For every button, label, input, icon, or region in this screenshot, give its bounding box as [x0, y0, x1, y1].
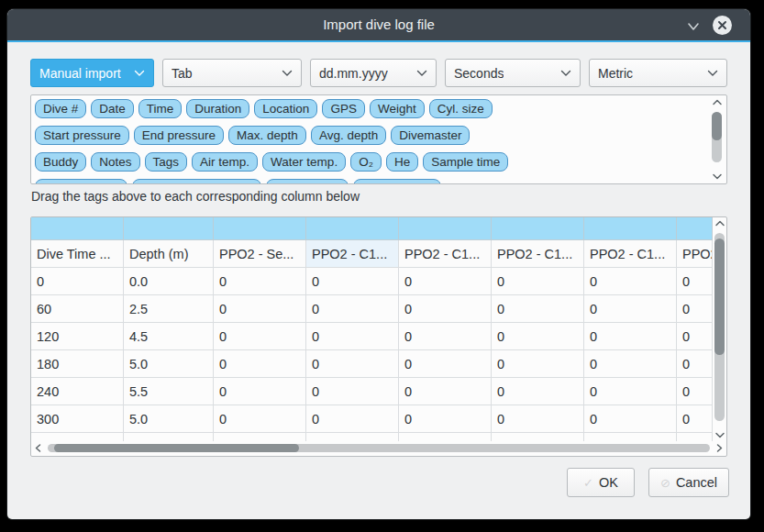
tag-weight[interactable]: Weight [370, 99, 425, 118]
table-cell: 0 [492, 268, 584, 295]
table-cell [677, 433, 713, 441]
tag-divemaster[interactable]: Divemaster [391, 126, 470, 145]
table-cell: 0 [214, 323, 306, 350]
tag-cyl-size[interactable]: Cyl. size [429, 99, 493, 118]
table-cell: 0 [492, 405, 584, 433]
tag-row: Dive #DateTimeDurationLocationGPSWeightC… [35, 99, 697, 121]
tag-sample-po[interactable]: Sample pO₂ [266, 179, 349, 183]
table-cell [399, 433, 492, 441]
tag-start-pressure[interactable]: Start pressure [35, 126, 129, 145]
table-row[interactable]: 2405.5000000 [31, 378, 713, 405]
drop-cell[interactable] [31, 217, 124, 240]
table-cell: 300 [31, 405, 124, 433]
tag-row: BuddyNotesTagsAir temp.Water temp.O₂HeSa… [35, 152, 697, 174]
column-header: PPO2 - C1... [306, 240, 399, 268]
table-cell: 0 [677, 268, 713, 295]
column-header: PPO2 [677, 240, 713, 268]
scroll-left-icon[interactable] [34, 443, 42, 453]
titlebar-accent-line [7, 40, 750, 42]
combo-import-source[interactable]: Manual import [30, 59, 154, 87]
column-header: PPO2 - C1... [584, 240, 677, 268]
combo-date-format[interactable]: dd.mm.yyyy [310, 59, 437, 87]
combo-value: Metric [598, 66, 633, 81]
ok-button[interactable]: ✓ OK [567, 468, 635, 497]
table-row[interactable]: 1204.5000000 [31, 323, 713, 350]
tag-location[interactable]: Location [254, 99, 317, 118]
table-cell: 0 [677, 295, 713, 323]
titlebar[interactable]: Import dive log file [7, 9, 750, 40]
drop-cell[interactable] [124, 217, 214, 240]
tag-avg-depth[interactable]: Avg. depth [311, 126, 386, 145]
tag-end-pressure[interactable]: End pressure [134, 126, 224, 145]
close-button[interactable] [713, 16, 732, 35]
table-cell: 0 [399, 350, 492, 378]
table-row[interactable]: 00.0000000 [31, 268, 713, 295]
tags-rows: Dive #DateTimeDurationLocationGPSWeightC… [35, 99, 697, 183]
drop-cell[interactable] [492, 217, 584, 240]
scroll-thumb[interactable] [712, 112, 722, 140]
cancel-button[interactable]: ⊘ Cancel [648, 468, 729, 497]
combo-value: Seconds [454, 66, 504, 81]
tag-date[interactable]: Date [91, 99, 134, 118]
drop-cell[interactable] [214, 217, 306, 240]
scroll-thumb[interactable] [714, 238, 725, 355]
tag-sample-depth[interactable]: Sample depth [35, 179, 127, 183]
tag-max-depth[interactable]: Max. depth [228, 126, 306, 145]
tag-duration[interactable]: Duration [186, 99, 249, 118]
table-cell: 0 [492, 378, 584, 405]
table-cell: 0 [214, 350, 306, 378]
tag-sample-cns[interactable]: Sample CNS [353, 179, 441, 183]
scroll-down-icon[interactable] [714, 431, 725, 439]
scroll-up-icon[interactable] [714, 219, 725, 227]
table-cell: 0 [677, 378, 713, 405]
table-cell: 0 [399, 323, 492, 350]
tag-water-temp[interactable]: Water temp. [262, 152, 346, 172]
combo-field-separator[interactable]: Tab [162, 59, 302, 87]
scroll-track[interactable] [48, 444, 710, 452]
table-cell: 0 [584, 350, 677, 378]
import-dialog-window: Import dive log file Manual importTabdd.… [7, 9, 750, 519]
table-cell: 0 [306, 323, 399, 350]
table-cell: 0 [306, 350, 399, 378]
scroll-up-icon[interactable] [712, 98, 723, 106]
table-row[interactable]: 3005.0000000 [31, 405, 713, 433]
scroll-track[interactable] [714, 233, 725, 421]
table-cell [306, 433, 399, 441]
table-cell: 5.5 [124, 378, 214, 405]
scroll-right-icon[interactable] [715, 443, 724, 453]
scroll-track[interactable] [712, 112, 722, 162]
tag-notes[interactable]: Notes [91, 152, 139, 172]
tag-sample-temperature[interactable]: Sample temperature [132, 179, 260, 183]
table-cell: 0 [584, 295, 677, 323]
column-header: Depth (m) [124, 240, 214, 268]
window-title: Import dive log file [7, 9, 750, 40]
table-cell: 2.5 [124, 295, 214, 323]
table-row[interactable]: 602.5000000 [31, 295, 713, 323]
table-cell [492, 433, 584, 441]
chevron-down-icon [686, 21, 701, 32]
table-horizontal-scrollbar[interactable] [34, 441, 724, 455]
scroll-down-icon[interactable] [712, 172, 723, 181]
drop-target-row[interactable] [31, 217, 713, 240]
drop-cell[interactable] [677, 217, 713, 240]
table-row[interactable]: 1805.0000000 [31, 350, 713, 378]
drop-cell[interactable] [399, 217, 492, 240]
tag-dive[interactable]: Dive # [35, 99, 86, 118]
combo-units[interactable]: Metric [589, 59, 727, 87]
drop-cell[interactable] [306, 217, 399, 240]
tags-scrollbar[interactable] [711, 98, 724, 181]
tag-gps[interactable]: GPS [322, 99, 365, 118]
shade-button[interactable] [686, 19, 701, 30]
tag-air-temp[interactable]: Air temp. [192, 152, 258, 172]
column-header: Dive Time ... [31, 240, 124, 268]
scroll-thumb[interactable] [54, 444, 299, 452]
combo-duration-format[interactable]: Seconds [445, 59, 581, 87]
tag-o[interactable]: O₂ [350, 152, 382, 172]
drop-cell[interactable] [584, 217, 677, 240]
tag-buddy[interactable]: Buddy [35, 152, 86, 172]
table-vertical-scrollbar[interactable] [714, 219, 726, 439]
tag-he[interactable]: He [386, 152, 418, 172]
tag-time[interactable]: Time [138, 99, 183, 118]
tag-sample-time[interactable]: Sample time [423, 152, 508, 172]
tag-tags[interactable]: Tags [145, 152, 188, 172]
